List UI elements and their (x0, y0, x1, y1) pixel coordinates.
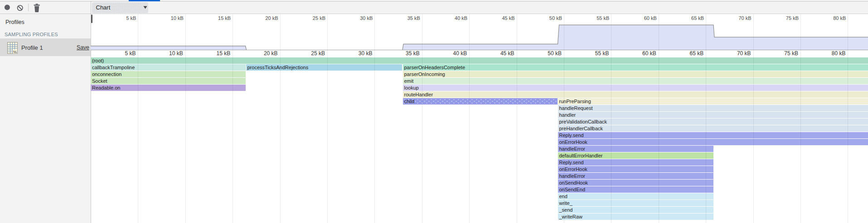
svg-text:%: % (13, 50, 17, 54)
